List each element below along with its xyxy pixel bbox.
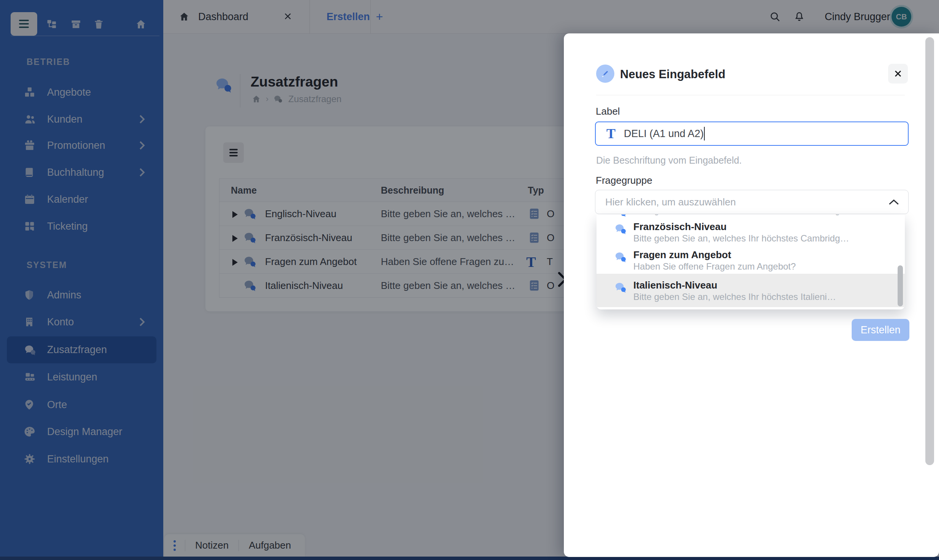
text-cursor bbox=[704, 127, 705, 140]
label-helper-text: Die Beschriftung vom Eingabefeld. bbox=[596, 155, 742, 166]
modal-divider bbox=[596, 95, 905, 95]
option-name: Französisch-Niveau bbox=[633, 221, 897, 232]
fragegruppe-select[interactable]: Hier klicken, um auszuwählen bbox=[595, 190, 909, 214]
close-icon bbox=[893, 69, 903, 78]
option-name: Italienisch-Niveau bbox=[633, 280, 897, 290]
option-description: Bitte geben Sie an, welches Ihr höchstes… bbox=[633, 233, 897, 243]
chat-bubbles-icon bbox=[614, 251, 628, 263]
label-input[interactable]: T DELI (A1 und A2) bbox=[595, 121, 909, 146]
new-input-field-panel: Neues Eingabefeld Label T DELI (A1 und A… bbox=[564, 33, 939, 557]
app-root: BETRIEB Angebote Kunden Promotionen Buch… bbox=[0, 0, 939, 560]
dropdown-scrollbar[interactable] bbox=[898, 265, 903, 306]
chevron-up-icon bbox=[888, 199, 899, 205]
dropdown-option-fragen-zum-angebot[interactable]: Fragen zum Angebot Haben Sie offene Frag… bbox=[597, 246, 905, 274]
dropdown-option-clipped[interactable]: Bitte geben Sie an, welches Ihr höchstes… bbox=[597, 215, 905, 218]
text-type-icon: T bbox=[606, 126, 615, 142]
label-field-label: Label bbox=[596, 106, 620, 117]
group-field-label: Fragegruppe bbox=[596, 175, 652, 186]
dropdown-option-italienisch[interactable]: Italienisch-Niveau Bitte geben Sie an, w… bbox=[597, 274, 905, 307]
option-description: Bitte geben Sie an, welches Ihr höchstes… bbox=[633, 215, 897, 215]
option-description: Bitte geben Sie an, welches Ihr höchstes… bbox=[633, 292, 897, 302]
chat-bubbles-icon bbox=[614, 223, 628, 235]
panel-scrollbar[interactable] bbox=[925, 37, 934, 465]
erstellen-button[interactable]: Erstellen bbox=[852, 319, 909, 341]
close-button[interactable] bbox=[888, 64, 908, 84]
chat-bubbles-icon bbox=[614, 281, 628, 293]
chat-bubbles-icon bbox=[614, 215, 628, 218]
option-description: Haben Sie offene Fragen zum Angebot? bbox=[633, 262, 897, 271]
fragegruppe-dropdown-list: Bitte geben Sie an, welches Ihr höchstes… bbox=[597, 215, 905, 309]
select-placeholder: Hier klicken, um auszuwählen bbox=[605, 196, 736, 208]
option-name: Fragen zum Angebot bbox=[633, 249, 897, 260]
chat-pencil-icon bbox=[596, 65, 614, 83]
dropdown-option-franzoesisch[interactable]: Französisch-Niveau Bitte geben Sie an, w… bbox=[597, 218, 905, 246]
label-input-value: DELI (A1 und A2) bbox=[624, 128, 704, 140]
modal-title: Neues Eingabefeld bbox=[620, 68, 725, 81]
